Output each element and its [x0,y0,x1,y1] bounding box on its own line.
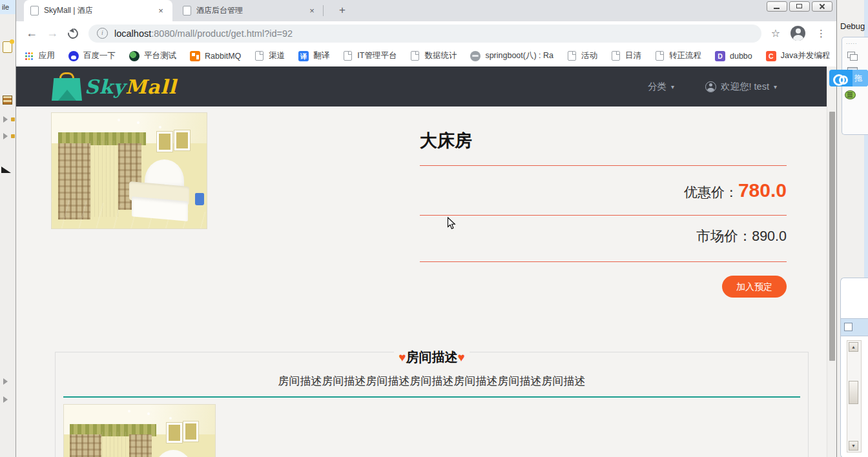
toolbar-grip-icon: ..... [846,39,858,45]
tab-close-icon[interactable]: × [156,6,166,16]
market-price-value: 890.0 [752,228,787,244]
bookmark-apps[interactable]: 应用 [24,50,55,61]
netdisk-drag-badge[interactable]: 拖拽 [829,70,868,86]
browser-window: SkyMall | 酒店 × 酒店后台管理 × + ← → i localhos… [16,0,837,457]
tree-expand-icon[interactable] [3,396,8,403]
page-icon [411,51,419,61]
logo-text-mall: Mall [125,76,176,98]
ide-left-edge: ile [0,0,16,457]
page-icon [568,51,576,61]
tab-admin[interactable]: 酒店后台管理 × [176,0,324,21]
description-heading: ♥房间描述♥ [394,349,470,366]
bookmark-platform-test[interactable]: 平台测试 [129,50,176,61]
bookmark-java-concurrency[interactable]: CJava并发编程 [766,50,830,61]
bookmark-data-stats[interactable]: 数据统计 [410,50,457,61]
bookmark-label: 转正流程 [669,50,701,61]
page-icon [656,51,664,61]
product-title: 大床房 [420,128,787,153]
tree-item-icon [11,134,15,138]
description-heading-text: 房间描述 [406,350,458,364]
browser-menu-icon[interactable]: ⋮ [816,28,826,39]
divider [420,215,787,216]
navigation-bar: ← → i localhost:8080/mall/product/get.ht… [16,21,836,45]
scrollbar-thumb[interactable] [829,112,835,361]
bookmark-label: 百度一下 [83,50,116,61]
bookmark-riqing[interactable]: 日清 [611,50,641,61]
new-tab-button[interactable]: + [335,3,349,17]
bookmark-baidu[interactable]: 百度一下 [68,50,116,61]
ide-scrollbar[interactable]: ▲ ▼ [847,340,862,452]
csdn-icon: C [766,51,776,61]
new-file-icon[interactable] [3,41,12,53]
minimize-button[interactable] [767,1,787,12]
tab-skymall[interactable]: SkyMall | 酒店 × [24,0,172,21]
back-icon[interactable]: ← [23,25,40,42]
product-image [51,112,207,229]
ide-debug-label: Debug [840,21,865,31]
bookmark-label: Java并发编程 [781,50,830,61]
forward-icon[interactable]: → [44,25,61,42]
url-input[interactable]: i localhost:8080/mall/product/get.html?i… [88,25,761,43]
debug-bug-icon[interactable] [845,90,856,99]
discount-price-row: 优惠价：780.0 [420,176,787,205]
description-section: ♥房间描述♥ 房间描述房间描述房间描述房间描述房间描述房间描述房间描述 [55,352,809,457]
bookmark-zhuanzheng[interactable]: 转正流程 [655,50,701,61]
maximize-button[interactable] [789,1,810,12]
table-icon[interactable] [3,96,12,105]
info-icon[interactable]: i [97,28,108,39]
bookmark-rabbitmq[interactable]: RabbitMQ [190,51,241,61]
add-reservation-button[interactable]: 加入预定 [722,276,787,298]
ide-right-edge: Debug ..... ▲ ▼ [837,0,868,457]
ide-file-menu-partial: ile [0,0,16,14]
reload-icon[interactable] [65,25,81,42]
baidu-icon [68,51,79,61]
divider [420,165,787,166]
discount-price-value: 780.0 [738,179,787,201]
bookmark-label: 翻译 [313,50,329,61]
ide-side-panel: ▲ ▼ [840,278,868,457]
heart-icon: ♥ [398,350,406,364]
scroll-up-icon[interactable]: ▲ [849,342,858,352]
bookmark-label: IT管理平台 [357,50,397,61]
panel-tab-header[interactable] [841,318,868,336]
translate-icon: 译 [298,51,309,61]
bookmark-label: 活动 [581,50,597,61]
url-path: :8080/mall/product/get.html?id=92 [151,28,293,39]
page-favicon-icon [183,6,191,15]
bookmark-it-platform[interactable]: IT管理平台 [343,50,397,61]
skymall-logo[interactable]: Sky Mall [52,72,176,101]
mouse-cursor [447,217,456,232]
bookmark-label: springboot(八) : Ra [485,50,553,61]
bookmark-qudao[interactable]: 渠道 [254,50,285,61]
apps-grid-icon [24,51,34,61]
tree-item-icon [11,117,15,121]
heart-icon: ♥ [458,350,465,364]
scroll-down-icon[interactable]: ▼ [849,441,858,451]
panel-tab-icon [844,323,852,331]
bookmark-huodong[interactable]: 活动 [567,50,597,61]
page-scrollbar[interactable] [827,66,836,457]
bookmark-star-icon[interactable]: ☆ [771,27,780,39]
bookmark-translate[interactable]: 译翻译 [298,50,329,61]
page-icon [612,51,620,61]
tab-close-icon[interactable]: × [307,6,317,16]
bookmark-label: 渠道 [269,50,285,61]
close-window-button[interactable] [812,1,832,12]
bookmark-dubbo[interactable]: Ddubbo [715,51,752,61]
tree-expand-icon[interactable] [3,378,8,385]
netdisk-logo-icon [833,74,845,86]
dubbo-icon: D [715,51,725,61]
ide-scrollbar-thumb[interactable] [849,381,858,404]
tree-expand-icon[interactable] [3,133,8,139]
product-info: 大床房 优惠价：780.0 市场价：890.0 加入预定 [420,66,787,298]
profile-avatar[interactable] [790,26,805,41]
fold-marker-icon [1,167,11,173]
tree-expand-icon[interactable] [3,116,8,123]
bookmark-springboot[interactable]: springboot(八) : Ra [470,50,553,61]
screen: ile SkyMall | 酒店 × 酒店后台管理 × + [0,0,868,457]
shopping-bag-icon [52,72,83,101]
bookmark-label: RabbitMQ [205,52,241,61]
bookmarks-bar: 应用 百度一下 平台测试 RabbitMQ 渠道 译翻译 IT管理平台 数据统计… [16,45,836,66]
cascade-windows-icon[interactable] [847,52,855,58]
tab-title: 酒店后台管理 [196,5,302,16]
